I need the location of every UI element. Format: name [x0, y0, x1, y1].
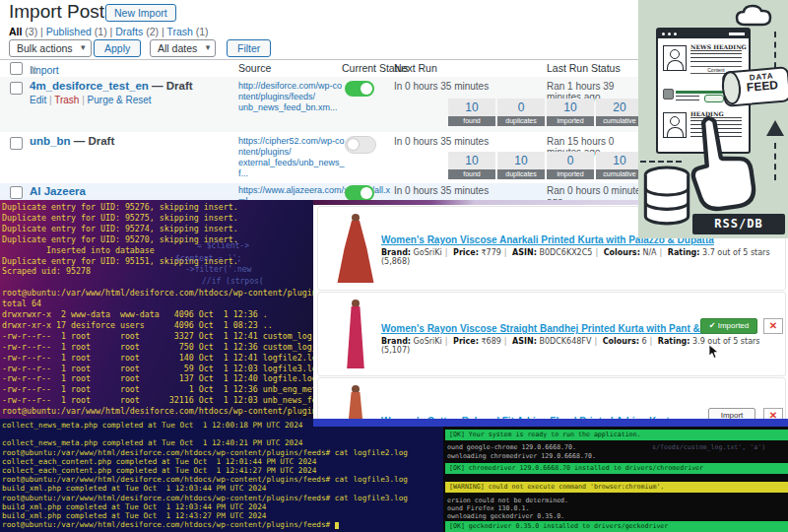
stat-duplicates: 10 [497, 152, 545, 169]
purge-reset-link[interactable]: Purge & Reset [88, 95, 152, 105]
post-status-filters: All (3) | Published (1) | Drafts (2) | T… [9, 26, 209, 37]
terminal-cursor [335, 522, 339, 529]
import-title-link[interactable]: Al Jazeera [30, 185, 86, 197]
terminal-line: Inserted into database [0, 245, 313, 256]
dates-select[interactable]: All dates▾ [150, 39, 216, 57]
status-toggle-on[interactable] [345, 185, 374, 201]
stat-imported: 0 [547, 152, 594, 169]
terminal-line: ownloading chromedriver 129.0.6668.70. [447, 452, 596, 460]
product-details: Brand: GoSriKi| Price: ₹779| ASIN: B0DC6… [381, 248, 785, 266]
terminal-driver-setup[interactable]: [OK] Your system is ready to run the app… [443, 427, 788, 532]
database-icon [641, 166, 692, 229]
chevron-down-icon: ▾ [206, 42, 211, 52]
import-title-link[interactable]: 4m_desiforce_test_en [30, 80, 149, 92]
stat-imported: 10 [547, 99, 594, 116]
row-checkbox[interactable] [10, 82, 23, 95]
product-card: Women's Rayon Viscose Straight Bandhej P… [317, 292, 786, 376]
terminal-line: drwxr-xr-x 17 desiforce users 4096 Oct 1… [0, 320, 313, 331]
terminal-line: -rw-r--r-- 1 root root 1 Oct 1 12:36 unb… [0, 384, 313, 395]
screen: Import Posts New Import All (3) | Publis… [0, 0, 788, 532]
up-arrow-icon [766, 120, 784, 136]
editor-code-ghost: //if (strpos( [202, 277, 264, 286]
thumbnail-icon [663, 89, 674, 100]
product-details: Brand: GoSriKi| Price: ₹689| ASIN: B0DCK… [381, 337, 785, 355]
stat-cumulative: 20 [596, 99, 643, 116]
stat-found: 10 [448, 99, 495, 116]
terminal-line: root@ubuntu:/var/www/html/desiforce.com/… [0, 406, 313, 417]
filter-drafts[interactable]: Drafts [115, 26, 143, 37]
ok-banner: [OK] chromedriver 129.0.6668.70 installe… [445, 463, 788, 474]
ok-banner: [OK] Your system is ready to run the app… [445, 430, 788, 440]
remove-button[interactable]: ✕ [763, 318, 783, 334]
post-state: — Draft [149, 80, 193, 92]
status-toggle-on[interactable] [345, 81, 374, 97]
dashed-line [774, 143, 776, 180]
browser-titlebar [658, 30, 749, 38]
window-edge-strip [313, 200, 650, 205]
terminal-line: Duplicate entry for UID: 95276, skipping… [0, 202, 313, 213]
column-source: Source [238, 62, 271, 74]
ok-banner: [OK] geckodriver 0.35.0 installed to dri… [445, 521, 788, 532]
news-heading-label: NEWS HEADING [690, 43, 742, 51]
terminal-scraper-log[interactable]: Duplicate entry for UID: 95276, skipping… [0, 200, 313, 419]
terminal-line: -rw-r--r-- 1 root root 3327 Oct 1 12:41 … [0, 331, 313, 342]
trash-link[interactable]: Trash [54, 95, 79, 105]
editor-code-strip: while ($row = $stmt->fetch(PDO::FETCH AS… [313, 419, 788, 427]
next-run-value: In 0 hours 35 minutes [394, 136, 489, 147]
data-feed-cylinder: DATA FEED [722, 66, 788, 107]
page-title: Import Posts [9, 1, 114, 23]
post-state: — Draft [71, 135, 115, 147]
table-row: Al Jazeera https://www.aljazeera.com/xml… [0, 183, 650, 201]
editor-code-ghost: $content = ''; [175, 254, 241, 263]
chevron-down-icon: ▾ [81, 42, 86, 52]
imported-button[interactable]: ✔ Imported [700, 318, 757, 334]
source-url-link[interactable]: https://cipher52.com/wp-content/plugins/… [238, 136, 347, 179]
bulk-actions-select[interactable]: Bulk actions▾ [9, 39, 92, 57]
row-checkbox[interactable] [10, 186, 23, 199]
rss-db-illustration: NEWS HEADING Content HEADING [638, 0, 788, 238]
terminal-line: ownloading geckodriver 0.35.0. [447, 512, 564, 520]
terminal-line: Duplicate entry for UID: 95270, skipping… [0, 234, 313, 245]
new-import-button[interactable]: New Import [105, 4, 176, 22]
text-lines [676, 96, 699, 103]
mouse-cursor [708, 344, 719, 360]
filter-button[interactable]: Filter [227, 39, 271, 57]
source-url-link[interactable]: http://desiforce.com/wp-content/plugins/… [238, 81, 347, 113]
sort-icon[interactable]: ⇅ [30, 64, 38, 76]
product-title-link[interactable]: Women's Rayon Viscose Straight Bandhej P… [381, 323, 740, 334]
editor-code-ghost: ->filter('.new [185, 265, 251, 274]
warning-banner: [WARNING] could not execute command 'bro… [445, 482, 788, 493]
filter-published[interactable]: Published [46, 26, 92, 37]
terminal-line: Scraped uid: 95278 [0, 266, 313, 277]
terminal-line: -rw-r--r-- 1 root root 32116 Oct 1 12:03… [0, 395, 313, 406]
terminal-line: total 64 [0, 299, 313, 309]
filter-trash[interactable]: Trash [166, 26, 192, 37]
apply-button[interactable]: Apply [94, 39, 141, 57]
edit-link[interactable]: Edit [30, 95, 46, 105]
import-title-link[interactable]: unb_bn [30, 135, 71, 147]
filter-all[interactable]: All [9, 26, 22, 37]
person-avatar-icon [663, 45, 687, 71]
column-next-run: Next Run [394, 62, 437, 74]
terminal-line: Duplicate entry for UID: 95275, skipping… [0, 213, 313, 224]
terminal-line: Duplicate entry for UID: 95274, skipping… [0, 224, 313, 234]
next-run-value: In 0 hours 35 minutes [394, 185, 489, 196]
table-row: 4m_desiforce_test_en — Draft Edit | Tras… [0, 77, 650, 133]
editor-code-ghost: s/feeds/custom_log.txt', 'a') [652, 443, 765, 451]
wordpress-import-posts-window: Import Posts New Import All (3) | Publis… [0, 0, 650, 201]
terminal-line: Duplicate entry for UID: 95151, skipping… [0, 256, 313, 267]
terminal-line: ersion could not be determined. [447, 497, 568, 504]
run-stats: 10found 10duplicates 0imported 10cumulat… [448, 152, 643, 179]
status-toggle-off[interactable] [345, 136, 376, 154]
terminal-line: -rw-r--r-- 1 root root 59 Oct 1 12:03 lo… [0, 364, 313, 374]
row-checkbox[interactable] [10, 137, 23, 150]
column-last-run-status: Last Run Status [547, 62, 621, 74]
product-image [334, 214, 377, 283]
text-lines [690, 53, 742, 65]
terminal-line: -rw-r--r-- 1 root root 137 Oct 1 12:40 l… [0, 373, 313, 384]
terminal-line: ound google-chrome 129.0.6668.70. [447, 443, 576, 451]
row-actions: Edit | Trash | Purge & Reset [30, 95, 152, 105]
stock-badge [704, 95, 724, 102]
table-row: unb_bn — Draft https://cipher52.com/wp-c… [0, 132, 650, 184]
select-all-checkbox[interactable] [10, 62, 23, 75]
